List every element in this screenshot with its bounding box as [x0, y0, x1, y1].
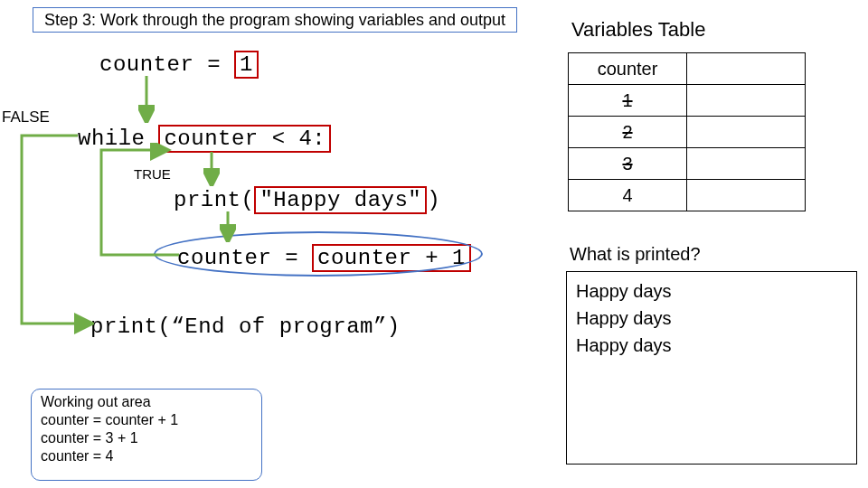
code-text: print(: [174, 188, 254, 212]
printed-output-box: Happy days Happy days Happy days: [566, 271, 857, 465]
arrow-false-exit: [13, 127, 94, 334]
var-row: 1: [569, 85, 687, 117]
code-text: counter =: [99, 52, 221, 77]
string-literal: "Happy days": [254, 186, 427, 214]
printed-line: Happy days: [576, 305, 847, 332]
code-text: ): [427, 188, 440, 212]
variables-table-title: Variables Table: [571, 18, 705, 42]
printed-question: What is printed?: [570, 244, 701, 265]
condition-box: counter < 4:: [158, 125, 331, 153]
workout-title: Working out area: [41, 393, 252, 411]
workout-line: counter = 3 + 1: [41, 429, 252, 447]
var-header: counter: [569, 53, 687, 85]
var-row-blank: [687, 85, 806, 117]
code-line-3: print("Happy days"): [174, 186, 440, 214]
printed-line: Happy days: [576, 332, 847, 359]
var-row: 4: [569, 180, 687, 211]
var-row-blank: [687, 117, 806, 148]
workout-line: counter = counter + 1: [41, 411, 252, 429]
arrow-print-to-counter: [220, 211, 236, 242]
printed-line: Happy days: [576, 277, 847, 305]
var-row-blank: [687, 180, 806, 211]
arrow-while-to-print: [203, 152, 220, 186]
code-line-5: print(“End of program”): [90, 314, 401, 339]
literal-1: 1: [234, 51, 259, 79]
var-row-blank: [687, 148, 806, 180]
variables-table: counter 1 2 3 4: [568, 52, 806, 211]
false-label: FALSE: [2, 108, 50, 127]
var-row: 2: [569, 117, 687, 148]
working-out-box: Working out area counter = counter + 1 c…: [31, 389, 262, 481]
highlight-ellipse: [154, 231, 483, 277]
code-line-1: counter = 1: [99, 51, 259, 79]
arrow-loop-back: [92, 143, 183, 278]
step-banner: Step 3: Work through the program showing…: [33, 7, 517, 33]
var-header-blank: [687, 53, 806, 85]
var-row: 3: [569, 148, 687, 180]
workout-line: counter = 4: [41, 447, 252, 465]
arrow-assign-to-while: [138, 76, 155, 123]
